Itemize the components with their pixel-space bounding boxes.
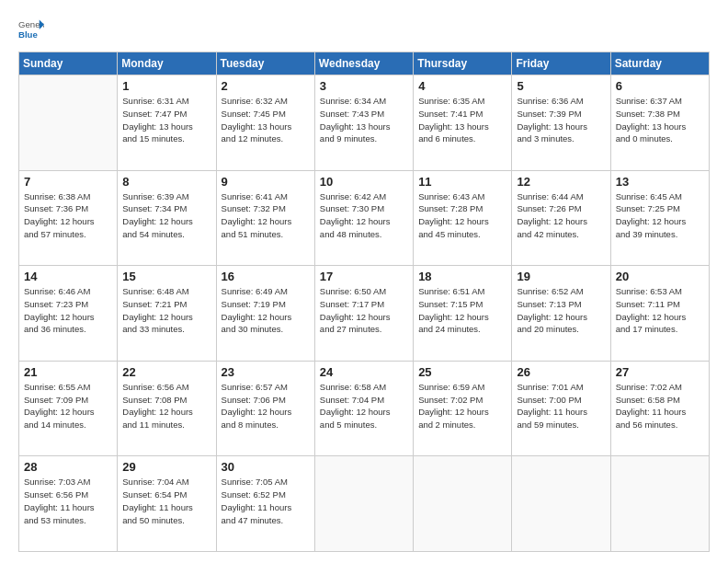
day-info: Sunrise: 6:56 AMSunset: 7:08 PMDaylight:… (122, 381, 210, 431)
day-cell: 9Sunrise: 6:41 AMSunset: 7:32 PMDaylight… (216, 170, 314, 266)
day-cell: 30Sunrise: 7:05 AMSunset: 6:52 PMDayligh… (216, 456, 314, 552)
day-cell: 5Sunrise: 6:36 AMSunset: 7:39 PMDaylight… (512, 75, 610, 171)
day-number: 18 (418, 270, 506, 283)
day-info: Sunrise: 6:55 AMSunset: 7:09 PMDaylight:… (24, 381, 112, 431)
day-info: Sunrise: 6:39 AMSunset: 7:34 PMDaylight:… (122, 190, 210, 241)
day-cell: 13Sunrise: 6:45 AMSunset: 7:25 PMDayligh… (610, 170, 709, 266)
day-number: 9 (222, 175, 310, 189)
day-cell: 8Sunrise: 6:39 AMSunset: 7:34 PMDaylight… (118, 170, 216, 266)
day-info: Sunrise: 7:03 AMSunset: 6:56 PMDaylight:… (24, 476, 112, 526)
day-header-sunday: Sunday (19, 52, 118, 75)
day-number: 3 (320, 79, 408, 93)
header: General Blue (18, 17, 710, 42)
day-info: Sunrise: 6:46 AMSunset: 7:23 PMDaylight:… (24, 285, 112, 336)
day-number: 8 (122, 175, 210, 189)
day-number: 26 (517, 365, 605, 379)
week-row-3: 14Sunrise: 6:46 AMSunset: 7:23 PMDayligh… (19, 266, 710, 362)
day-cell: 23Sunrise: 6:57 AMSunset: 7:06 PMDayligh… (216, 361, 314, 456)
day-info: Sunrise: 6:48 AMSunset: 7:21 PMDaylight:… (122, 285, 210, 336)
day-info: Sunrise: 6:32 AMSunset: 7:45 PMDaylight:… (222, 95, 310, 145)
day-cell: 25Sunrise: 6:59 AMSunset: 7:02 PMDayligh… (414, 361, 512, 456)
day-cell: 12Sunrise: 6:44 AMSunset: 7:26 PMDayligh… (512, 170, 610, 266)
week-row-5: 28Sunrise: 7:03 AMSunset: 6:56 PMDayligh… (19, 456, 710, 552)
day-cell (19, 75, 118, 171)
day-number: 14 (24, 270, 112, 283)
day-cell: 26Sunrise: 7:01 AMSunset: 7:00 PMDayligh… (512, 361, 610, 456)
day-cell: 6Sunrise: 6:37 AMSunset: 7:38 PMDaylight… (610, 75, 709, 171)
day-cell: 16Sunrise: 6:49 AMSunset: 7:19 PMDayligh… (216, 266, 314, 362)
day-number: 4 (418, 79, 506, 93)
svg-text:Blue: Blue (18, 29, 38, 40)
day-number: 11 (418, 175, 506, 189)
day-cell: 17Sunrise: 6:50 AMSunset: 7:17 PMDayligh… (314, 266, 413, 362)
day-number: 7 (24, 175, 112, 189)
day-number: 13 (616, 175, 704, 189)
day-info: Sunrise: 6:45 AMSunset: 7:25 PMDaylight:… (616, 190, 704, 241)
day-number: 25 (418, 365, 506, 379)
day-cell (314, 456, 413, 552)
day-info: Sunrise: 6:41 AMSunset: 7:32 PMDaylight:… (222, 190, 310, 241)
day-cell: 15Sunrise: 6:48 AMSunset: 7:21 PMDayligh… (118, 266, 216, 362)
day-info: Sunrise: 6:49 AMSunset: 7:19 PMDaylight:… (222, 285, 310, 336)
day-info: Sunrise: 7:05 AMSunset: 6:52 PMDaylight:… (222, 476, 310, 526)
day-info: Sunrise: 7:02 AMSunset: 6:58 PMDaylight:… (616, 381, 704, 431)
day-header-saturday: Saturday (610, 52, 709, 75)
day-info: Sunrise: 6:53 AMSunset: 7:11 PMDaylight:… (616, 285, 704, 336)
day-info: Sunrise: 7:01 AMSunset: 7:00 PMDaylight:… (517, 381, 605, 431)
day-cell: 22Sunrise: 6:56 AMSunset: 7:08 PMDayligh… (118, 361, 216, 456)
day-info: Sunrise: 6:31 AMSunset: 7:47 PMDaylight:… (122, 95, 210, 145)
day-number: 16 (222, 270, 310, 283)
day-number: 5 (517, 79, 605, 93)
calendar: SundayMondayTuesdayWednesdayThursdayFrid… (18, 52, 710, 552)
day-info: Sunrise: 6:38 AMSunset: 7:36 PMDaylight:… (24, 190, 112, 241)
day-cell: 7Sunrise: 6:38 AMSunset: 7:36 PMDaylight… (19, 170, 118, 266)
day-number: 29 (122, 460, 210, 474)
day-cell: 29Sunrise: 7:04 AMSunset: 6:54 PMDayligh… (118, 456, 216, 552)
day-info: Sunrise: 6:44 AMSunset: 7:26 PMDaylight:… (517, 190, 605, 241)
day-info: Sunrise: 6:34 AMSunset: 7:43 PMDaylight:… (320, 95, 408, 145)
day-info: Sunrise: 6:58 AMSunset: 7:04 PMDaylight:… (320, 381, 408, 431)
day-number: 19 (517, 270, 605, 283)
day-cell: 24Sunrise: 6:58 AMSunset: 7:04 PMDayligh… (314, 361, 413, 456)
day-cell: 1Sunrise: 6:31 AMSunset: 7:47 PMDaylight… (118, 75, 216, 171)
day-cell: 14Sunrise: 6:46 AMSunset: 7:23 PMDayligh… (19, 266, 118, 362)
day-number: 2 (222, 79, 310, 93)
day-cell (610, 456, 709, 552)
day-header-monday: Monday (118, 52, 216, 75)
day-info: Sunrise: 6:59 AMSunset: 7:02 PMDaylight:… (418, 381, 506, 431)
day-number: 15 (122, 270, 210, 283)
day-info: Sunrise: 6:52 AMSunset: 7:13 PMDaylight:… (517, 285, 605, 336)
day-number: 27 (616, 365, 704, 379)
day-cell (414, 456, 512, 552)
day-number: 24 (320, 365, 408, 379)
day-cell: 21Sunrise: 6:55 AMSunset: 7:09 PMDayligh… (19, 361, 118, 456)
logo-icon: General Blue (18, 17, 44, 42)
week-row-4: 21Sunrise: 6:55 AMSunset: 7:09 PMDayligh… (19, 361, 710, 456)
day-info: Sunrise: 6:50 AMSunset: 7:17 PMDaylight:… (320, 285, 408, 336)
day-cell: 20Sunrise: 6:53 AMSunset: 7:11 PMDayligh… (610, 266, 709, 362)
day-number: 23 (222, 365, 310, 379)
day-number: 20 (616, 270, 704, 283)
day-cell: 2Sunrise: 6:32 AMSunset: 7:45 PMDaylight… (216, 75, 314, 171)
day-cell: 10Sunrise: 6:42 AMSunset: 7:30 PMDayligh… (314, 170, 413, 266)
day-info: Sunrise: 6:57 AMSunset: 7:06 PMDaylight:… (222, 381, 310, 431)
logo: General Blue (18, 17, 48, 42)
day-cell: 3Sunrise: 6:34 AMSunset: 7:43 PMDaylight… (314, 75, 413, 171)
day-info: Sunrise: 6:42 AMSunset: 7:30 PMDaylight:… (320, 190, 408, 241)
day-number: 1 (122, 79, 210, 93)
day-cell: 18Sunrise: 6:51 AMSunset: 7:15 PMDayligh… (414, 266, 512, 362)
day-cell: 11Sunrise: 6:43 AMSunset: 7:28 PMDayligh… (414, 170, 512, 266)
day-info: Sunrise: 6:36 AMSunset: 7:39 PMDaylight:… (517, 95, 605, 145)
day-number: 17 (320, 270, 408, 283)
day-number: 10 (320, 175, 408, 189)
day-info: Sunrise: 6:35 AMSunset: 7:41 PMDaylight:… (418, 95, 506, 145)
day-cell (512, 456, 610, 552)
day-number: 21 (24, 365, 112, 379)
day-number: 12 (517, 175, 605, 189)
week-row-1: 1Sunrise: 6:31 AMSunset: 7:47 PMDaylight… (19, 75, 710, 171)
day-info: Sunrise: 6:37 AMSunset: 7:38 PMDaylight:… (616, 95, 704, 145)
day-cell: 4Sunrise: 6:35 AMSunset: 7:41 PMDaylight… (414, 75, 512, 171)
day-header-thursday: Thursday (414, 52, 512, 75)
day-number: 22 (122, 365, 210, 379)
day-cell: 27Sunrise: 7:02 AMSunset: 6:58 PMDayligh… (610, 361, 709, 456)
